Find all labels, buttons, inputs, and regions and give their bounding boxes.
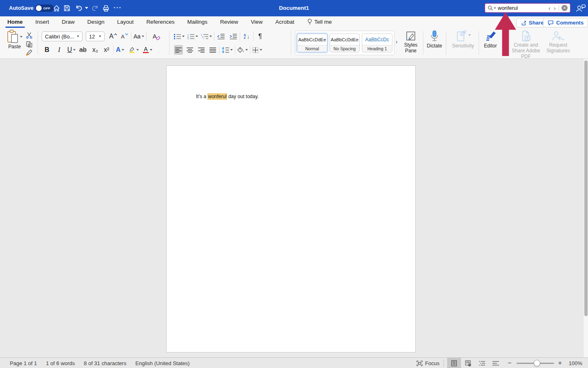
increase-indent-button[interactable]	[229, 31, 238, 41]
editor-button[interactable]: Editor	[481, 30, 500, 49]
borders-button[interactable]	[252, 45, 262, 55]
draft-view-icon	[492, 361, 499, 366]
style-preview: AaBbCcDc	[362, 34, 392, 45]
align-center-icon	[187, 47, 193, 53]
outline-view-button[interactable]	[475, 358, 489, 368]
align-right-button[interactable]	[197, 45, 206, 55]
line-spacing-caret-icon	[230, 49, 233, 51]
text-after: day out today.	[227, 94, 259, 99]
page-count[interactable]: Page 1 of 1	[10, 360, 37, 366]
bullets-button[interactable]	[174, 31, 185, 41]
adobe-pdf-button: Create and Share Adobe PDF	[507, 30, 545, 59]
tab-references[interactable]: References	[145, 17, 175, 28]
comments-label: Comments	[556, 20, 584, 26]
style-normal[interactable]: AaBbCcDdEe Normal	[297, 34, 327, 52]
search-input[interactable]	[498, 5, 547, 11]
tab-mailings[interactable]: Mailings	[186, 17, 208, 28]
character-count[interactable]: 8 of 31 characters	[84, 360, 126, 366]
tab-review[interactable]: Review	[219, 17, 239, 28]
underline-button[interactable]: U	[67, 45, 76, 55]
zoom-slider-handle[interactable]	[534, 360, 540, 366]
paste-button[interactable]: Paste	[7, 29, 22, 50]
request-signatures-button: Request Signatures	[546, 30, 571, 54]
scissors-icon	[26, 32, 33, 39]
text-effects-glyph: A	[116, 46, 121, 54]
font-name-select[interactable]: Calibri (Bo...	[42, 31, 82, 41]
zoom-out-button[interactable]: −	[508, 359, 511, 367]
group-divider	[169, 31, 169, 55]
italic-button[interactable]: I	[55, 45, 64, 55]
shading-button[interactable]	[237, 45, 248, 55]
web-layout-icon	[465, 360, 472, 366]
document-page[interactable]: It’s a wonferul day out today.	[166, 65, 416, 352]
multilevel-list-button[interactable]: 1ai	[201, 31, 212, 41]
align-left-button[interactable]	[174, 45, 183, 55]
focus-mode-button[interactable]: Focus	[416, 360, 439, 366]
search-scope-caret-icon[interactable]	[494, 7, 496, 9]
show-paragraph-marks-button[interactable]: ¶	[256, 31, 265, 41]
sort-button[interactable]: A Z ↓	[242, 31, 251, 41]
font-size-select[interactable]: 12	[86, 31, 105, 41]
clear-search-icon[interactable]: ✕	[561, 5, 568, 11]
tab-layout[interactable]: Layout	[116, 17, 135, 28]
find-next-icon[interactable]: ›	[552, 5, 557, 11]
numbering-caret-icon	[196, 36, 198, 37]
tab-design[interactable]: Design	[87, 17, 105, 28]
people-presence-icon[interactable]	[575, 4, 586, 12]
font-color-button[interactable]: A	[143, 45, 152, 55]
zoom-in-button[interactable]: +	[558, 359, 562, 367]
document-text-line[interactable]: It’s a wonferul day out today.	[196, 94, 259, 99]
divider	[214, 32, 214, 41]
decrease-indent-button[interactable]	[216, 31, 225, 41]
styles-pane-button[interactable]: Styles Pane	[401, 31, 421, 54]
style-heading-1[interactable]: AaBbCcDc Heading 1	[362, 34, 392, 52]
search-box[interactable]: ‹ › ✕	[484, 3, 571, 13]
styles-gallery-next-icon[interactable]: ›	[396, 38, 398, 45]
tab-acrobat[interactable]: Acrobat	[274, 17, 295, 28]
superscript-button[interactable]: x²	[102, 45, 111, 55]
tab-insert[interactable]: Insert	[35, 17, 50, 28]
zoom-slider-track[interactable]	[517, 363, 554, 364]
bold-button[interactable]: B	[42, 45, 51, 55]
comments-button[interactable]: Comments	[543, 18, 588, 27]
tab-home[interactable]: Home	[7, 17, 24, 28]
change-case-button[interactable]: Aa	[134, 31, 144, 41]
divider	[235, 45, 235, 54]
text-effects-caret-icon	[122, 49, 124, 51]
word-count[interactable]: 1 of 6 words	[46, 360, 75, 366]
format-painter-button[interactable]	[24, 48, 33, 58]
tell-me[interactable]: Tell me	[306, 16, 333, 28]
styles-pane-label: Styles Pane	[401, 43, 421, 54]
tab-view[interactable]: View	[250, 17, 263, 28]
grow-font-button[interactable]: A	[109, 31, 118, 41]
numbering-button[interactable]: 123	[187, 31, 198, 41]
change-case-caret-icon	[142, 36, 144, 37]
align-center-button[interactable]	[185, 45, 194, 55]
strikethrough-button[interactable]: ab	[78, 45, 87, 55]
sort-z-glyph: Z	[244, 36, 246, 39]
draft-view-button[interactable]	[489, 358, 503, 368]
tab-draw[interactable]: Draw	[61, 17, 76, 28]
zoom-level[interactable]: 100%	[564, 360, 582, 366]
line-spacing-button[interactable]	[222, 45, 233, 55]
shrink-font-button[interactable]: A	[120, 31, 129, 41]
svg-text:3: 3	[187, 37, 189, 39]
font-color-caret-icon	[150, 49, 152, 51]
language-indicator[interactable]: English (United States)	[135, 360, 189, 366]
group-divider	[291, 31, 291, 55]
highlight-color-button[interactable]	[129, 45, 139, 55]
style-no-spacing[interactable]: AaBbCcDdEe No Spacing	[330, 34, 360, 52]
clear-formatting-button[interactable]: A	[152, 31, 161, 41]
find-previous-icon[interactable]: ‹	[547, 5, 552, 11]
web-layout-view-button[interactable]	[461, 358, 475, 368]
vertical-scrollbar-track[interactable]	[583, 59, 588, 357]
dictate-button[interactable]: Dictate	[425, 30, 443, 49]
font-color-glyph: A	[144, 47, 147, 52]
subscript-button[interactable]: x₂	[91, 45, 100, 55]
adobe-pdf-icon	[520, 30, 532, 42]
justify-button[interactable]	[208, 45, 217, 55]
cut-button[interactable]	[24, 30, 33, 40]
text-effects-button[interactable]: A	[116, 45, 125, 55]
print-layout-view-button[interactable]	[447, 358, 461, 368]
vertical-scrollbar-thumb[interactable]	[584, 61, 588, 316]
